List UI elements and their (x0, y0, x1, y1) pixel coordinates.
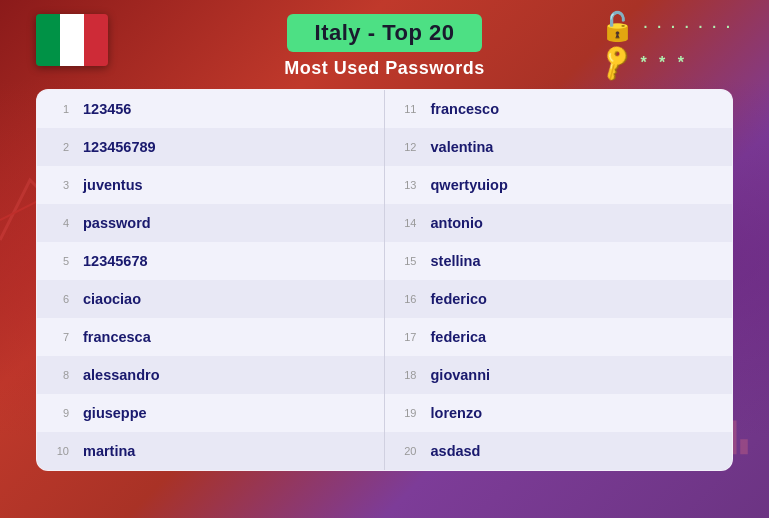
password-text: francesco (431, 101, 500, 117)
table-row: 512345678 (37, 242, 384, 280)
password-text: martina (83, 443, 135, 459)
table-row: 8alessandro (37, 356, 384, 394)
table-row: 19lorenzo (385, 394, 733, 432)
password-text: valentina (431, 139, 494, 155)
password-text: antonio (431, 215, 483, 231)
table-row: 4password (37, 204, 384, 242)
password-text: stellina (431, 253, 481, 269)
left-column: 112345621234567893juventus4password51234… (37, 90, 385, 470)
rank-number: 11 (395, 103, 417, 115)
rank-number: 16 (395, 293, 417, 305)
password-text: federico (431, 291, 487, 307)
password-text: password (83, 215, 151, 231)
table-row: 10martina (37, 432, 384, 470)
table-row: 9giuseppe (37, 394, 384, 432)
password-text: federica (431, 329, 487, 345)
table-row: 2123456789 (37, 128, 384, 166)
passwords-card: 112345621234567893juventus4password51234… (36, 89, 733, 471)
password-text: 12345678 (83, 253, 148, 269)
password-text: ciaociao (83, 291, 141, 307)
rank-number: 2 (47, 141, 69, 153)
rank-number: 13 (395, 179, 417, 191)
rank-number: 19 (395, 407, 417, 419)
title-badge: Italy - Top 20 (287, 14, 483, 52)
right-column: 11francesco12valentina13qwertyuiop14anto… (385, 90, 733, 470)
rank-number: 15 (395, 255, 417, 267)
password-text: juventus (83, 177, 143, 193)
table-row: 1123456 (37, 90, 384, 128)
passwords-table: 112345621234567893juventus4password51234… (37, 90, 732, 470)
table-row: 11francesco (385, 90, 733, 128)
password-text: 123456 (83, 101, 131, 117)
rank-number: 6 (47, 293, 69, 305)
rank-number: 9 (47, 407, 69, 419)
password-text: giuseppe (83, 405, 147, 421)
password-text: giovanni (431, 367, 491, 383)
table-row: 6ciaociao (37, 280, 384, 318)
header: Italy - Top 20 Most Used Passwords (0, 0, 769, 79)
rank-number: 10 (47, 445, 69, 457)
password-text: francesca (83, 329, 151, 345)
rank-number: 14 (395, 217, 417, 229)
rank-number: 20 (395, 445, 417, 457)
password-text: qwertyuiop (431, 177, 508, 193)
password-text: asdasd (431, 443, 481, 459)
rank-number: 8 (47, 369, 69, 381)
table-row: 12valentina (385, 128, 733, 166)
password-text: 123456789 (83, 139, 156, 155)
rank-number: 18 (395, 369, 417, 381)
table-row: 3juventus (37, 166, 384, 204)
table-row: 13qwertyuiop (385, 166, 733, 204)
svg-rect-6 (740, 439, 748, 454)
rank-number: 12 (395, 141, 417, 153)
rank-number: 5 (47, 255, 69, 267)
table-row: 7francesca (37, 318, 384, 356)
rank-number: 17 (395, 331, 417, 343)
table-row: 17federica (385, 318, 733, 356)
table-row: 20asdasd (385, 432, 733, 470)
subtitle: Most Used Passwords (284, 58, 485, 79)
table-row: 15stellina (385, 242, 733, 280)
rank-number: 4 (47, 217, 69, 229)
password-text: lorenzo (431, 405, 483, 421)
password-text: alessandro (83, 367, 160, 383)
table-row: 16federico (385, 280, 733, 318)
rank-number: 1 (47, 103, 69, 115)
rank-number: 3 (47, 179, 69, 191)
table-row: 14antonio (385, 204, 733, 242)
table-row: 18giovanni (385, 356, 733, 394)
rank-number: 7 (47, 331, 69, 343)
